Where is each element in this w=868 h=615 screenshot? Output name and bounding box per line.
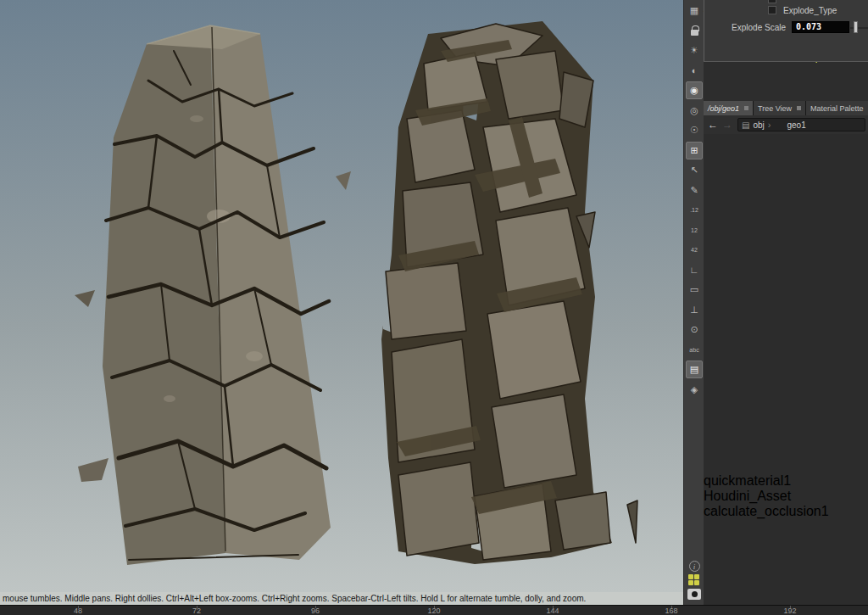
prim-numbers-icon[interactable]: 42 bbox=[686, 241, 703, 259]
frame-tick-label: 120 bbox=[417, 607, 451, 615]
explode-scale-slider-handle[interactable] bbox=[854, 21, 858, 33]
frame-tick-label: 192 bbox=[773, 607, 807, 615]
explode-type-checkbox[interactable] bbox=[768, 6, 776, 14]
background-image-icon[interactable]: ▤ bbox=[686, 361, 703, 378]
ruler-icon[interactable]: ∟ bbox=[686, 261, 703, 279]
display-options-toolbar: ▦☀◐◉◎☉⊞↖✎.121242∟▭⊥⊙abc▤◈ i bbox=[683, 0, 704, 605]
timeline-ruler[interactable]: 487296120144168192 bbox=[0, 605, 868, 615]
parameter-checkbox[interactable] bbox=[768, 0, 776, 3]
pane-tab-bar: /obj/geo1Tree ViewMaterial PaletteAsset bbox=[704, 101, 868, 115]
normal-lights-icon[interactable]: ◎ bbox=[686, 102, 703, 120]
node-label-houdini-asset[interactable]: Houdini_Asset bbox=[704, 489, 791, 503]
pane-tab-label: /obj/geo1 bbox=[708, 104, 739, 113]
right-panel: Explode_Type Explode Scale 0.073 /obj/ge… bbox=[704, 0, 868, 605]
light-select-icon[interactable]: ◈ bbox=[686, 381, 703, 399]
breadcrumb-obj[interactable]: obj bbox=[753, 120, 764, 130]
parameter-row-explode-scale: Explode Scale 0.073 bbox=[704, 21, 868, 33]
lock-icon[interactable] bbox=[686, 22, 703, 40]
network-path-bar: ← → ▤ obj › geo1 bbox=[704, 115, 868, 134]
tab-close-icon[interactable] bbox=[744, 106, 748, 110]
snapshot-icon[interactable]: ▦ bbox=[686, 2, 703, 20]
spotlight-icon[interactable]: ☀ bbox=[686, 42, 703, 59]
viewport-render bbox=[0, 0, 683, 592]
geo-node-icon bbox=[774, 120, 783, 130]
point-numbers-icon[interactable]: 12 bbox=[686, 221, 703, 239]
back-arrow-icon[interactable]: ← bbox=[708, 119, 718, 131]
text-display-icon[interactable]: abc bbox=[686, 341, 703, 359]
frame-tick-label: 96 bbox=[298, 607, 332, 615]
frame-tick-label: 168 bbox=[654, 607, 688, 615]
shaded-mode-icon[interactable]: ◐ bbox=[686, 62, 703, 80]
high-quality-light-icon[interactable]: ☉ bbox=[686, 121, 703, 139]
camera-eye-icon[interactable] bbox=[687, 589, 701, 600]
pane-tab-material-palette[interactable]: Material Palette bbox=[806, 101, 868, 115]
obj-network-icon: ▤ bbox=[742, 120, 749, 130]
layout-grid-icon[interactable] bbox=[688, 574, 700, 586]
tab-close-icon[interactable] bbox=[797, 106, 801, 110]
node-label-calculate-occlusion1[interactable]: calculate_occlusion1 bbox=[704, 504, 829, 518]
breadcrumb-geo1[interactable]: geo1 bbox=[787, 120, 805, 130]
node-label-quickmaterial1[interactable]: quickmaterial1 bbox=[704, 473, 791, 488]
pen-icon[interactable]: ✎ bbox=[686, 182, 703, 199]
frame-tick-label: 48 bbox=[61, 607, 95, 615]
breadcrumb-separator-icon: › bbox=[768, 120, 771, 130]
headlight-icon[interactable]: ◉ bbox=[686, 81, 703, 99]
frame-tick-label: 144 bbox=[536, 607, 570, 615]
pane-tab--obj-geo1[interactable]: /obj/geo1 bbox=[704, 101, 753, 115]
panel-empty-area bbox=[704, 63, 868, 101]
explode-scale-label: Explode Scale bbox=[704, 22, 786, 33]
viewport-3d[interactable] bbox=[0, 0, 683, 592]
parameter-row-explode-type: Explode_Type bbox=[704, 5, 868, 17]
frame-tick-label: 72 bbox=[180, 607, 214, 615]
parameter-panel: Explode_Type Explode Scale 0.073 bbox=[704, 0, 868, 62]
explode-type-label: Explode_Type bbox=[783, 5, 837, 16]
axis-icon[interactable]: ⊥ bbox=[686, 301, 703, 319]
marquee-icon[interactable]: ▭ bbox=[686, 281, 703, 299]
pane-tab-label: Material Palette bbox=[810, 104, 864, 113]
viewport-help-text: mouse tumbles. Middle pans. Right dollie… bbox=[0, 592, 683, 605]
explode-scale-field[interactable]: 0.073 bbox=[792, 21, 849, 33]
disc-display-icon[interactable]: ⊙ bbox=[686, 321, 703, 338]
viewport-layout-icon[interactable]: ⊞ bbox=[686, 142, 703, 159]
info-icon[interactable]: i bbox=[689, 561, 700, 572]
pane-tab-tree-view[interactable]: Tree View bbox=[754, 101, 805, 115]
pane-tab-label: Tree View bbox=[758, 104, 792, 113]
forward-arrow-icon[interactable]: → bbox=[722, 119, 732, 131]
decimal-display-icon[interactable]: .12 bbox=[686, 201, 703, 219]
select-arrow-icon[interactable]: ↖ bbox=[686, 161, 703, 179]
path-field[interactable]: ▤ obj › geo1 bbox=[737, 118, 865, 131]
houdini-window: mouse tumbles. Middle pans. Right dollie… bbox=[0, 0, 868, 615]
